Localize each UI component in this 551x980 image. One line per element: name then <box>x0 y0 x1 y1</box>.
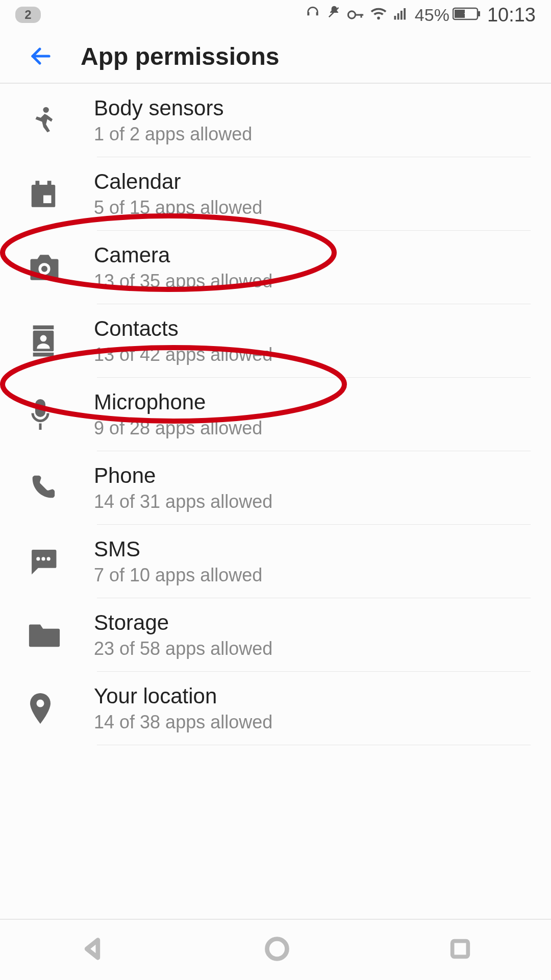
svg-point-16 <box>41 266 47 272</box>
svg-rect-21 <box>35 399 45 417</box>
svg-rect-18 <box>33 353 54 357</box>
status-bar: 2 45% 10:13 <box>0 0 551 30</box>
svg-rect-4 <box>397 13 399 20</box>
svg-rect-13 <box>47 181 52 187</box>
permissions-list[interactable]: Body sensors 1 of 2 apps allowed Calenda… <box>0 84 551 919</box>
permission-item-contacts[interactable]: Contacts 13 of 42 apps allowed <box>0 304 551 378</box>
svg-point-23 <box>41 557 45 560</box>
item-subtitle: 1 of 2 apps allowed <box>94 124 531 145</box>
permission-item-phone[interactable]: Phone 14 of 31 apps allowed <box>0 451 551 525</box>
item-title: Contacts <box>94 316 531 341</box>
wifi-icon <box>370 5 387 25</box>
back-button[interactable] <box>26 41 56 71</box>
location-icon <box>28 692 94 725</box>
svg-rect-29 <box>453 941 468 957</box>
item-title: Calendar <box>94 169 531 194</box>
headphones-icon <box>305 5 321 25</box>
mic-icon <box>28 398 94 431</box>
nav-recent-button[interactable] <box>448 937 472 963</box>
permission-item-calendar[interactable]: Calendar 5 of 15 apps allowed <box>0 157 551 231</box>
navigation-bar <box>0 919 551 980</box>
item-subtitle: 5 of 15 apps allowed <box>94 197 531 218</box>
permission-item-storage[interactable]: Storage 23 of 58 apps allowed <box>0 598 551 672</box>
mute-icon <box>326 5 342 25</box>
item-title: Camera <box>94 243 531 267</box>
status-icons <box>305 5 409 25</box>
svg-rect-17 <box>33 326 54 330</box>
permission-item-body-sensors[interactable]: Body sensors 1 of 2 apps allowed <box>0 84 551 157</box>
svg-rect-8 <box>478 11 480 16</box>
status-right: 45% 10:13 <box>305 4 536 26</box>
svg-rect-5 <box>400 11 403 20</box>
svg-rect-1 <box>355 14 363 15</box>
app-bar: App permissions <box>0 30 551 84</box>
item-subtitle: 7 of 10 apps allowed <box>94 565 531 586</box>
svg-rect-14 <box>43 195 52 204</box>
calendar-icon <box>28 178 94 210</box>
notification-count-badge: 2 <box>15 7 41 23</box>
svg-point-28 <box>267 939 287 959</box>
battery-icon <box>453 5 481 25</box>
battery-percent: 45% <box>415 5 449 25</box>
battery-indicator: 45% <box>415 5 481 25</box>
item-subtitle: 9 of 28 apps allowed <box>94 418 531 439</box>
status-left: 2 <box>15 7 41 23</box>
item-title: SMS <box>94 537 531 561</box>
svg-rect-2 <box>360 14 362 17</box>
item-title: Microphone <box>94 390 531 414</box>
svg-rect-9 <box>455 10 465 18</box>
svg-point-0 <box>348 11 355 18</box>
nav-home-button[interactable] <box>264 936 290 964</box>
svg-rect-12 <box>36 181 40 187</box>
item-title: Phone <box>94 463 531 488</box>
vpn-key-icon <box>347 5 365 25</box>
svg-point-25 <box>37 700 44 707</box>
nav-back-button[interactable] <box>79 936 106 964</box>
svg-point-10 <box>43 107 48 113</box>
item-title: Storage <box>94 610 531 635</box>
contacts-icon <box>28 324 94 358</box>
phone-icon <box>28 473 94 503</box>
item-subtitle: 13 of 35 apps allowed <box>94 271 531 292</box>
camera-icon <box>28 253 94 282</box>
item-subtitle: 23 of 58 apps allowed <box>94 638 531 659</box>
folder-icon <box>28 622 94 648</box>
clock: 10:13 <box>487 4 536 26</box>
permission-item-location[interactable]: Your location 14 of 38 apps allowed <box>0 672 551 745</box>
sms-icon <box>28 547 94 576</box>
item-subtitle: 14 of 38 apps allowed <box>94 712 531 733</box>
running-icon <box>28 105 94 136</box>
item-subtitle: 13 of 42 apps allowed <box>94 344 531 365</box>
svg-rect-3 <box>394 16 396 20</box>
item-subtitle: 14 of 31 apps allowed <box>94 491 531 512</box>
svg-rect-6 <box>404 8 406 20</box>
page-title: App permissions <box>81 42 279 70</box>
permission-item-microphone[interactable]: Microphone 9 of 28 apps allowed <box>0 378 551 451</box>
divider <box>97 745 531 745</box>
permission-item-camera[interactable]: Camera 13 of 35 apps allowed <box>0 231 551 304</box>
item-title: Body sensors <box>94 96 531 120</box>
signal-icon <box>392 5 409 25</box>
item-title: Your location <box>94 684 531 708</box>
svg-point-20 <box>40 335 47 342</box>
svg-point-22 <box>36 557 40 560</box>
svg-point-24 <box>47 557 51 560</box>
permission-item-sms[interactable]: SMS 7 of 10 apps allowed <box>0 525 551 598</box>
